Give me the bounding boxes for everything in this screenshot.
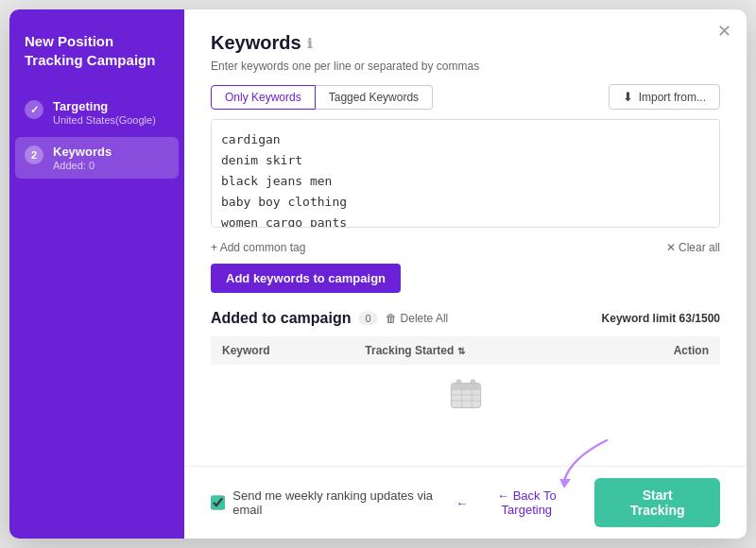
weekly-updates-label: Send me weekly ranking updates via email [232,488,455,517]
keyword-limit-separator: /1500 [692,312,720,325]
close-icon: ✕ [717,22,731,41]
calendar-illustration [442,374,490,421]
step-sublabel-keywords: Added: 0 [53,160,112,171]
col-keyword: Keyword [211,336,353,365]
step-info-targeting: Targeting United States(Google) [53,99,156,126]
scrollable-content: ✕ Keywords ℹ Enter keywords one per line… [184,9,747,466]
tab-tagged-keywords[interactable]: Tagged Keywords [316,85,433,110]
check-icon: ✓ [30,104,39,116]
import-icon: ⬇ [623,90,633,104]
campaign-section-title: Added to campaign [211,310,351,327]
subtitle: Enter keywords one per line or separated… [211,60,720,73]
modal-body: ✕ Keywords ℹ Enter keywords one per line… [184,9,747,539]
sidebar-step-targeting[interactable]: ✓ Targeting United States(Google) [25,92,169,133]
page-title-text: Keywords [211,32,301,54]
checkbox-row: Send me weekly ranking updates via email [211,488,455,517]
tag-row: + Add common tag ✕ Clear all [211,241,720,254]
step-indicator-keywords: 2 [25,146,43,164]
step-number-keywords: 2 [31,149,37,161]
col-action: Action [603,336,720,365]
close-button[interactable]: ✕ [717,23,731,40]
keyword-limit-value: 63 [679,312,692,325]
add-tag-label: + Add common tag [211,241,305,254]
svg-point-8 [471,380,475,385]
back-arrow-icon: ← [455,496,468,510]
campaign-table: Keyword Tracking Started ⇅ Action [211,336,720,365]
step-label-keywords: Keywords [53,145,112,159]
tabs-group: Only Keywords Tagged Keywords [211,85,433,110]
svg-rect-2 [451,387,480,390]
delete-all-label: Delete All [401,312,449,325]
tab-only-keywords[interactable]: Only Keywords [211,85,316,110]
clear-all-button[interactable]: ✕ Clear all [666,241,720,254]
step-label-targeting: Targeting [53,99,156,113]
sidebar-step-keywords[interactable]: 2 Keywords Added: 0 [15,137,179,179]
add-keywords-label: Add keywords to campaign [226,271,386,285]
start-tracking-button[interactable]: Start Tracking [594,478,720,527]
svg-marker-10 [559,479,571,488]
step-info-keywords: Keywords Added: 0 [53,145,112,171]
step-sublabel-targeting: United States(Google) [53,114,156,126]
delete-icon: 🗑 [386,312,397,325]
footer-actions: ← ← Back To Targeting Start Tracking [455,478,720,527]
campaign-count-badge: 0 [358,312,377,325]
sidebar-title: New Position Tracking Campaign [25,32,169,69]
keywords-textarea[interactable]: cardigan denim skirt black jeans men bab… [211,119,720,228]
keyword-limit-label: Keyword limit [602,312,677,325]
add-tag-button[interactable]: + Add common tag [211,241,305,254]
svg-point-7 [456,380,461,385]
back-btn-label: ← Back To Targeting [473,488,579,517]
campaign-table-container: Keyword Tracking Started ⇅ Action [211,336,720,431]
weekly-updates-checkbox[interactable] [211,495,225,510]
empty-illustration [211,365,720,431]
import-btn-label: Import from... [639,91,706,104]
footer: Send me weekly ranking updates via email… [184,466,747,539]
info-icon: ℹ [307,36,312,51]
col-tracking-started[interactable]: Tracking Started ⇅ [353,336,602,365]
step-indicator-targeting: ✓ [25,100,43,119]
keyword-limit: Keyword limit 63/1500 [602,312,720,325]
campaign-section-header: Added to campaign 0 🗑 Delete All Keyword… [211,310,720,327]
sidebar: New Position Tracking Campaign ✓ Targeti… [9,9,184,539]
clear-all-label: ✕ Clear all [666,241,720,254]
sort-icon: ⇅ [457,346,465,356]
import-button[interactable]: ⬇ Import from... [609,84,720,110]
back-to-targeting-button[interactable]: ← ← Back To Targeting [455,488,579,517]
delete-all-button[interactable]: 🗑 Delete All [386,312,449,325]
tabs-row: Only Keywords Tagged Keywords ⬇ Import f… [211,84,720,110]
page-title: Keywords ℹ [211,32,720,54]
add-keywords-button[interactable]: Add keywords to campaign [211,264,401,293]
